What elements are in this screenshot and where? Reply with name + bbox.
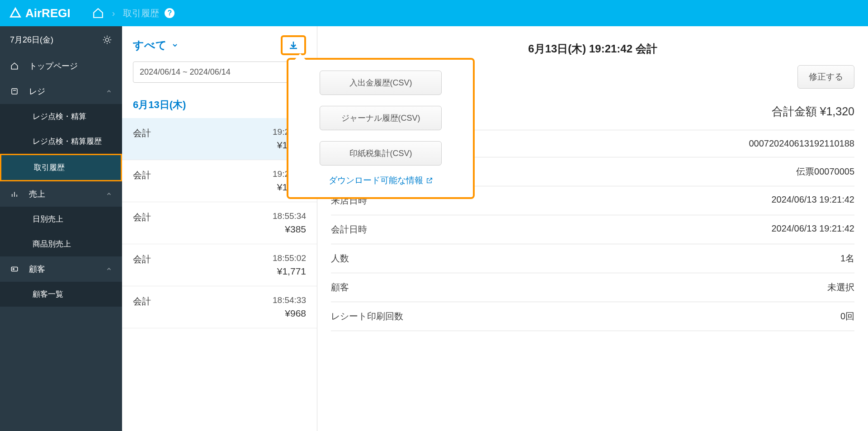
- txn-amount: ¥968: [273, 308, 306, 319]
- app-header: AirREGI › 取引履歴 ?: [0, 0, 868, 26]
- svg-line-8: [109, 37, 110, 38]
- detail-label: 会計日時: [331, 223, 367, 236]
- transaction-item[interactable]: 会計18:55:34¥385: [122, 202, 317, 244]
- svg-line-5: [104, 37, 105, 38]
- nav-label: 売上: [29, 189, 45, 199]
- detail-row: 人数1名: [331, 244, 854, 273]
- download-icon: [288, 40, 299, 51]
- total-label: 合計金額: [772, 105, 817, 118]
- home-icon[interactable]: [92, 7, 104, 19]
- chevron-down-icon: [171, 42, 179, 49]
- svg-point-0: [105, 38, 108, 41]
- edit-button[interactable]: 修正する: [797, 65, 854, 89]
- help-icon[interactable]: ?: [165, 8, 175, 18]
- txn-label: 会計: [133, 253, 151, 277]
- detail-value: 未選択: [827, 281, 854, 294]
- download-button[interactable]: [281, 35, 306, 55]
- txn-label: 会計: [133, 169, 151, 193]
- sidebar: 7月26日(金) トップページ レジ レジ点検・精算 レジ点検・精算履歴 取引履…: [0, 26, 122, 431]
- link-text: ダウンロード可能な情報: [329, 175, 423, 186]
- txn-label: 会計: [133, 295, 151, 319]
- nav-label: トップページ: [29, 61, 78, 71]
- sidebar-sub-product-sales[interactable]: 商品別売上: [0, 232, 122, 256]
- detail-value: 2024/06/13 19:21:42: [771, 223, 854, 236]
- sidebar-item-sales[interactable]: 売上: [0, 181, 122, 207]
- nav-label: レジ: [29, 86, 45, 97]
- export-stamp-csv-button[interactable]: 印紙税集計(CSV): [320, 141, 442, 166]
- download-popover: 入出金履歴(CSV) ジャーナル履歴(CSV) 印紙税集計(CSV) ダウンロー…: [287, 58, 475, 199]
- detail-value: 伝票00070005: [796, 166, 854, 178]
- breadcrumb-text[interactable]: 取引履歴: [123, 7, 159, 19]
- sidebar-item-customers[interactable]: 顧客: [0, 256, 122, 282]
- app-logo: AirREGI: [9, 6, 71, 20]
- detail-row: レシート印刷回数0回: [331, 302, 854, 331]
- detail-value: 2024/06/13 19:21:42: [771, 194, 854, 207]
- txn-label: 会計: [133, 211, 151, 235]
- detail-row: 顧客未選択: [331, 273, 854, 302]
- download-info-link[interactable]: ダウンロード可能な情報: [299, 175, 462, 186]
- logo-icon: [9, 7, 22, 19]
- svg-line-6: [109, 42, 110, 43]
- svg-point-15: [13, 269, 14, 270]
- svg-rect-9: [12, 89, 17, 94]
- detail-value: 000720240613192110188: [749, 138, 854, 149]
- current-date: 7月26日(金): [10, 34, 53, 45]
- sun-icon[interactable]: [102, 35, 112, 45]
- detail-label: 顧客: [331, 281, 349, 294]
- detail-label: レシート印刷回数: [331, 310, 403, 322]
- txn-time: 18:55:02: [273, 253, 306, 263]
- txn-time: 18:54:33: [273, 295, 306, 305]
- sidebar-sub-customer-list[interactable]: 顧客一覧: [0, 282, 122, 307]
- svg-line-7: [104, 42, 105, 43]
- nav-label: 顧客: [29, 264, 45, 275]
- logo-text: AirREGI: [25, 6, 71, 20]
- sidebar-item-top[interactable]: トップページ: [0, 53, 122, 79]
- sidebar-date-header: 7月26日(金): [0, 26, 122, 53]
- date-range-input[interactable]: [133, 62, 306, 83]
- sidebar-sub-transaction-history[interactable]: 取引履歴: [0, 154, 122, 181]
- detail-row: 会計日時2024/06/13 19:21:42: [331, 215, 854, 244]
- register-icon: [10, 87, 19, 95]
- breadcrumb-separator: ›: [112, 8, 115, 19]
- txn-label: 会計: [133, 127, 151, 151]
- detail-value: 0回: [840, 310, 854, 322]
- chevron-up-icon: [106, 266, 112, 272]
- total-amount: ¥1,320: [820, 105, 854, 118]
- filter-dropdown[interactable]: すべて: [133, 38, 179, 52]
- txn-amount: ¥1,771: [273, 266, 306, 277]
- export-journal-csv-button[interactable]: ジャーナル履歴(CSV): [320, 106, 442, 130]
- transaction-item[interactable]: 会計18:54:33¥968: [122, 286, 317, 328]
- sidebar-item-register[interactable]: レジ: [0, 79, 122, 104]
- external-link-icon: [426, 177, 433, 184]
- detail-value: 1名: [840, 252, 854, 265]
- chevron-up-icon: [106, 88, 112, 95]
- filter-label: すべて: [133, 38, 167, 52]
- sidebar-sub-inspection[interactable]: レジ点検・精算: [0, 104, 122, 129]
- txn-time: 18:55:34: [273, 211, 306, 221]
- home-nav-icon: [10, 62, 19, 70]
- sidebar-sub-inspection-history[interactable]: レジ点検・精算履歴: [0, 129, 122, 154]
- sidebar-sub-daily-sales[interactable]: 日別売上: [0, 207, 122, 232]
- customers-icon: [10, 265, 19, 273]
- detail-label: 人数: [331, 252, 349, 265]
- export-cash-csv-button[interactable]: 入出金履歴(CSV): [320, 71, 442, 95]
- chevron-up-icon: [106, 191, 112, 197]
- chart-icon: [10, 190, 19, 198]
- txn-amount: ¥385: [273, 224, 306, 235]
- popover-arrow: [295, 53, 306, 60]
- transaction-item[interactable]: 会計18:55:02¥1,771: [122, 244, 317, 286]
